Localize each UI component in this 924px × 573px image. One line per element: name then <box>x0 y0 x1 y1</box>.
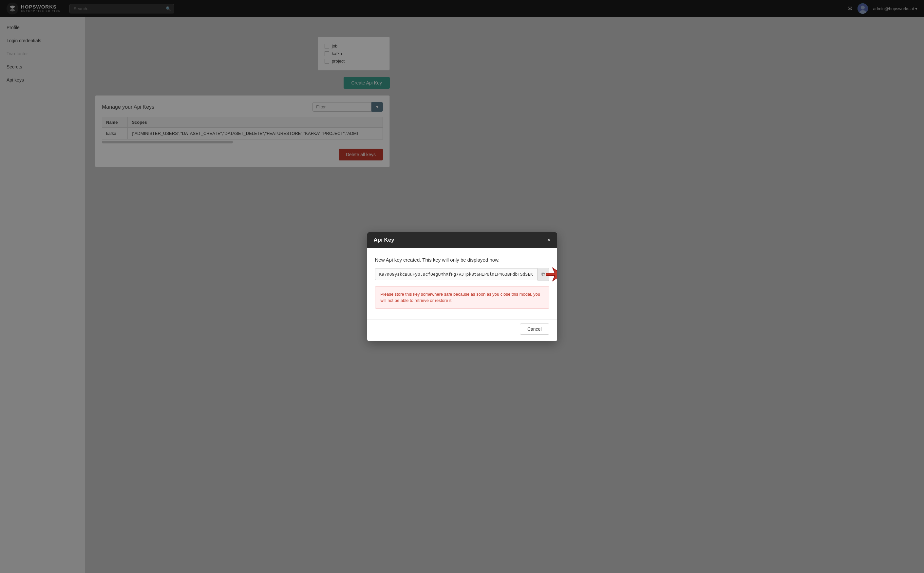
warning-text: Please store this key somewhere safe bec… <box>381 292 540 303</box>
api-key-modal: Api Key × New Api key created. This key … <box>367 232 557 341</box>
modal-body: New Api key created. This key will only … <box>367 248 557 319</box>
copy-icon: ⧉ <box>542 271 545 277</box>
modal-title: Api Key <box>374 237 395 243</box>
copy-api-key-button[interactable]: ⧉ <box>537 268 549 281</box>
cancel-button[interactable]: Cancel <box>520 324 549 335</box>
api-key-row: ⧉ <box>375 268 549 281</box>
api-key-value-input[interactable] <box>375 268 537 280</box>
modal-message: New Api key created. This key will only … <box>375 257 549 263</box>
warning-box: Please store this key somewhere safe bec… <box>375 286 549 309</box>
modal-close-button[interactable]: × <box>547 237 551 243</box>
modal-footer: Cancel <box>367 319 557 341</box>
modal-overlay: Api Key × New Api key created. This key … <box>0 0 924 573</box>
modal-header: Api Key × <box>367 232 557 248</box>
